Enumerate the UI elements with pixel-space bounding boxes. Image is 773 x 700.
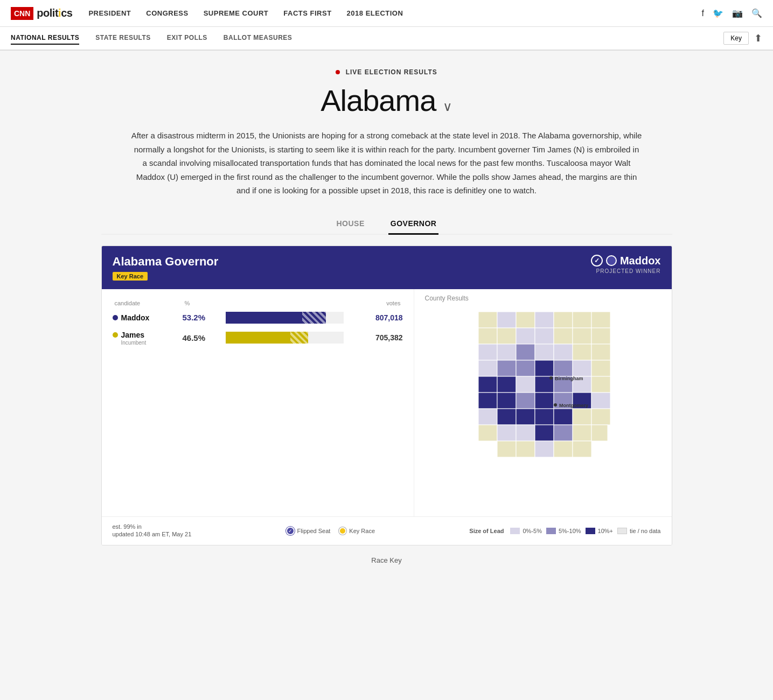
bar-fill-james bbox=[226, 332, 344, 344]
state-name: Alabama bbox=[321, 83, 436, 117]
nav-congress[interactable]: CONGRESS bbox=[146, 9, 188, 17]
projected-winner-label: Maddox bbox=[620, 255, 661, 267]
bar-maddox bbox=[226, 312, 349, 324]
svg-rect-14 bbox=[478, 344, 497, 360]
nav-national-results[interactable]: NATIONAL RESULTS bbox=[11, 32, 79, 45]
key-button[interactable]: Key bbox=[723, 32, 749, 45]
col-bar bbox=[228, 300, 347, 306]
svg-rect-47 bbox=[573, 409, 591, 425]
sub-nav-links: NATIONAL RESULTS STATE RESULTS EXIT POLL… bbox=[11, 32, 723, 45]
footer-legend: ✓ Flipped Seat Key Race bbox=[286, 527, 375, 535]
live-badge: LIVE ELECTION RESULTS bbox=[101, 67, 672, 76]
key-race-badge: Key Race bbox=[113, 272, 148, 281]
svg-rect-7 bbox=[478, 328, 497, 344]
share-button[interactable]: ⬆ bbox=[754, 32, 762, 44]
politics-logo: politics bbox=[37, 7, 72, 19]
nav-facts-first[interactable]: FACTS FIRST bbox=[283, 9, 331, 17]
race-title: Alabama Governor bbox=[113, 255, 219, 269]
svg-rect-38 bbox=[535, 393, 554, 409]
svg-rect-6 bbox=[591, 312, 610, 328]
projected-winner-name: ✓ Maddox bbox=[591, 255, 661, 267]
svg-rect-23 bbox=[516, 360, 535, 376]
svg-rect-57 bbox=[516, 441, 535, 457]
svg-rect-2 bbox=[516, 312, 535, 328]
search-icon[interactable]: 🔍 bbox=[751, 8, 762, 18]
cnn-logo: CNN bbox=[11, 7, 33, 20]
main-content: LIVE ELECTION RESULTS Alabama ∨ After a … bbox=[90, 51, 683, 580]
svg-rect-9 bbox=[516, 328, 535, 344]
instagram-icon[interactable]: 📷 bbox=[732, 8, 743, 18]
winner-party-dot bbox=[606, 255, 617, 266]
state-selector[interactable]: ∨ bbox=[443, 99, 452, 114]
swatch-5-10-label: 5%-10% bbox=[559, 528, 581, 534]
bar-fill-maddox bbox=[226, 312, 344, 324]
svg-rect-45 bbox=[535, 409, 554, 425]
candidate-name-maddox: Maddox bbox=[121, 313, 150, 322]
svg-rect-42 bbox=[478, 409, 497, 425]
race-card-header: Alabama Governor Key Race ✓ Maddox PROJE… bbox=[102, 246, 672, 289]
flipped-icon: ✓ bbox=[286, 527, 295, 535]
logo-dot: i bbox=[58, 7, 61, 19]
candidate-row-james: James Incumbent 46.5% 705,382 bbox=[113, 330, 403, 346]
svg-rect-15 bbox=[497, 344, 516, 360]
incumbent-label: Incumbent bbox=[121, 340, 147, 346]
key-race-icon bbox=[339, 527, 346, 535]
svg-rect-8 bbox=[497, 328, 516, 344]
svg-rect-17 bbox=[535, 344, 554, 360]
candidate-votes-james: 705,382 bbox=[349, 333, 403, 342]
candidates-section: candidate % votes Maddox 53.2% bbox=[102, 289, 414, 516]
size-legend-title: Size of Lead bbox=[469, 528, 504, 534]
map-section: County Results bbox=[414, 289, 672, 516]
tab-governor[interactable]: GOVERNOR bbox=[388, 214, 439, 235]
race-tabs: HOUSE GOVERNOR bbox=[101, 214, 672, 235]
state-title-area: Alabama ∨ bbox=[101, 83, 672, 118]
alabama-map: Birmingham Montgomery bbox=[468, 306, 618, 511]
svg-rect-48 bbox=[591, 409, 610, 425]
svg-rect-36 bbox=[497, 393, 516, 409]
nav-state-results[interactable]: STATE RESULTS bbox=[95, 32, 151, 45]
bar-track-james bbox=[226, 332, 344, 344]
swatch-5-10-color bbox=[546, 528, 556, 534]
nav-exit-polls[interactable]: EXIT POLLS bbox=[167, 32, 207, 45]
flipped-seat-legend: ✓ Flipped Seat bbox=[286, 527, 331, 535]
svg-text:Montgomery: Montgomery bbox=[559, 403, 588, 408]
sub-nav-right: Key ⬆ bbox=[723, 32, 762, 45]
svg-rect-52 bbox=[535, 425, 554, 441]
swatch-no-data-label: tie / no data bbox=[630, 528, 661, 534]
live-dot bbox=[336, 70, 340, 74]
candidate-votes-maddox: 807,018 bbox=[349, 313, 403, 322]
logo[interactable]: CNN politics bbox=[11, 7, 72, 20]
candidate-dot-james bbox=[113, 332, 118, 338]
race-description: After a disastrous midterm in 2015, the … bbox=[131, 129, 643, 198]
svg-rect-0 bbox=[478, 312, 497, 328]
tab-house[interactable]: HOUSE bbox=[335, 214, 367, 235]
facebook-icon[interactable]: f bbox=[702, 9, 704, 18]
svg-rect-51 bbox=[516, 425, 535, 441]
bar-hatched-james bbox=[290, 332, 308, 344]
top-navigation: CNN politics PRESIDENT CONGRESS SUPREME … bbox=[0, 0, 773, 27]
nav-supreme-court[interactable]: SUPREME COURT bbox=[204, 9, 269, 17]
svg-rect-27 bbox=[591, 360, 610, 376]
updated-time: updated 10:48 am ET, May 21 bbox=[113, 531, 192, 537]
svg-rect-28 bbox=[478, 376, 497, 393]
svg-rect-1 bbox=[497, 312, 516, 328]
est-reporting: est. 99% in updated 10:48 am ET, May 21 bbox=[113, 523, 192, 538]
svg-rect-41 bbox=[591, 393, 610, 409]
size-legend: Size of Lead 0%-5% 5%-10% 10%+ tie / no … bbox=[469, 528, 660, 534]
svg-rect-22 bbox=[497, 360, 516, 376]
svg-rect-21 bbox=[478, 360, 497, 376]
candidate-pct-james: 46.5% bbox=[183, 333, 226, 342]
nav-2018-election[interactable]: 2018 ELECTION bbox=[347, 9, 403, 17]
nav-ballot-measures[interactable]: BALLOT MEASURES bbox=[224, 32, 293, 45]
svg-rect-3 bbox=[535, 312, 554, 328]
nav-president[interactable]: PRESIDENT bbox=[88, 9, 131, 17]
bar-solid-james bbox=[226, 332, 290, 344]
race-card: Alabama Governor Key Race ✓ Maddox PROJE… bbox=[101, 246, 672, 545]
col-pct: % bbox=[185, 300, 228, 306]
svg-rect-54 bbox=[573, 425, 591, 441]
svg-rect-50 bbox=[497, 425, 516, 441]
candidate-header: candidate % votes bbox=[113, 300, 403, 306]
svg-rect-11 bbox=[554, 328, 573, 344]
twitter-icon[interactable]: 🐦 bbox=[713, 8, 723, 18]
candidate-name-james: James bbox=[121, 331, 145, 339]
